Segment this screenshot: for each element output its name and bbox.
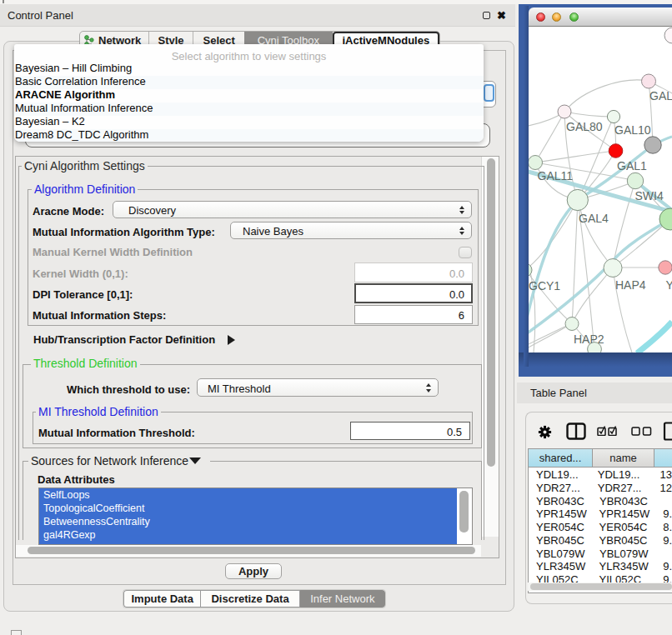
- svg-text:HAP4: HAP4: [615, 278, 646, 292]
- svg-text:Y: Y: [666, 278, 672, 292]
- svg-text:GAL: GAL: [649, 89, 672, 102]
- svg-text:SWI4: SWI4: [635, 189, 664, 202]
- svg-text:GAL80: GAL80: [566, 120, 603, 133]
- svg-text:GAL11: GAL11: [538, 169, 574, 182]
- svg-text:GCY1: GCY1: [529, 279, 560, 292]
- svg-text:GAL1: GAL1: [617, 159, 647, 172]
- svg-text:GAL4: GAL4: [579, 212, 609, 225]
- svg-text:GAL10: GAL10: [614, 123, 651, 137]
- svg-text:HAP2: HAP2: [574, 332, 604, 346]
